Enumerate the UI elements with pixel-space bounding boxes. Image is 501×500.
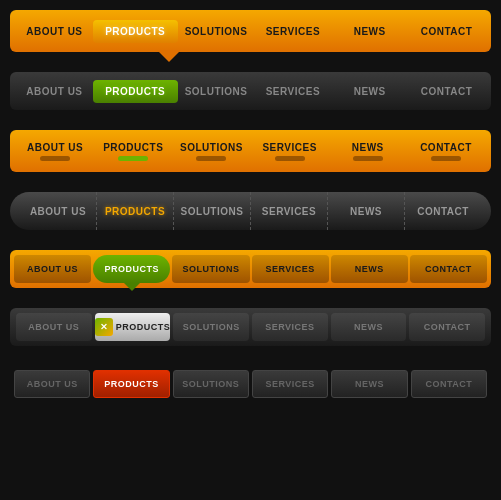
nav7-about[interactable]: ABOUT US	[14, 370, 90, 398]
nav4-about[interactable]: ABOUT US	[20, 192, 97, 230]
nav6-contact[interactable]: CONTACT	[409, 313, 485, 341]
nav4-news[interactable]: NEWS	[328, 192, 405, 230]
dropdown-triangle	[157, 50, 181, 62]
x-logo-icon: ✕	[95, 318, 113, 336]
nav4-services[interactable]: SERVICES	[251, 192, 328, 230]
nav1-solutions[interactable]: SOLUTIONS	[178, 26, 255, 37]
navbar-5: ABOUT US PRODUCTS SOLUTIONS SERVICES NEW…	[10, 250, 491, 288]
nav1-contact[interactable]: CONTACT	[408, 26, 485, 37]
nav7-solutions[interactable]: SOLUTIONS	[173, 370, 249, 398]
nav6-services[interactable]: SERVICES	[252, 313, 328, 341]
nav1-services[interactable]: SERVICES	[254, 26, 331, 37]
nav4-contact[interactable]: CONTACT	[405, 192, 481, 230]
nav2-solutions[interactable]: SOLUTIONS	[178, 86, 255, 97]
nav3-products[interactable]: PRODUCTS	[94, 142, 172, 161]
nav5-news[interactable]: NEWS	[331, 255, 408, 283]
nav7-contact[interactable]: CONTACT	[411, 370, 487, 398]
nav3-contact[interactable]: CONTACT	[407, 142, 485, 161]
nav4-solutions[interactable]: SOLUTIONS	[174, 192, 251, 230]
nav1-about[interactable]: ABOUT US	[16, 26, 93, 37]
navbar-1: ABOUT US PRODUCTS SOLUTIONS SERVICES NEW…	[10, 10, 491, 52]
nav5-solutions[interactable]: SOLUTIONS	[172, 255, 249, 283]
navbar-4: ABOUT US PRODUCTS SOLUTIONS SERVICES NEW…	[10, 192, 491, 230]
navbar-3: ABOUT US PRODUCTS SOLUTIONS SERVICES NEW…	[10, 130, 491, 172]
nav2-services[interactable]: SERVICES	[254, 86, 331, 97]
navbar-7: ABOUT US PRODUCTS SOLUTIONS SERVICES NEW…	[10, 366, 491, 402]
nav6-about[interactable]: ABOUT US	[16, 313, 92, 341]
nav2-about[interactable]: ABOUT US	[16, 86, 93, 97]
navbar-2: ABOUT US PRODUCTS SOLUTIONS SERVICES NEW…	[10, 72, 491, 110]
nav6-solutions[interactable]: SOLUTIONS	[173, 313, 249, 341]
nav3-services[interactable]: SERVICES	[251, 142, 329, 161]
nav2-news[interactable]: NEWS	[331, 86, 408, 97]
nav4-products[interactable]: PRODUCTS	[97, 192, 174, 230]
nav1-news[interactable]: NEWS	[331, 26, 408, 37]
nav6-news[interactable]: NEWS	[331, 313, 407, 341]
nav7-news[interactable]: NEWS	[331, 370, 407, 398]
nav5-about[interactable]: ABOUT US	[14, 255, 91, 283]
nav3-about[interactable]: ABOUT US	[16, 142, 94, 161]
nav5-products[interactable]: PRODUCTS	[93, 255, 170, 283]
nav6-products[interactable]: ✕ PRODUCTS	[95, 313, 171, 341]
nav1-products[interactable]: PRODUCTS	[93, 20, 178, 43]
nav5-services[interactable]: SERVICES	[252, 255, 329, 283]
nav3-news[interactable]: NEWS	[329, 142, 407, 161]
nav3-solutions[interactable]: SOLUTIONS	[172, 142, 250, 161]
nav2-products[interactable]: PRODUCTS	[93, 80, 178, 103]
navbar-6: ABOUT US ✕ PRODUCTS SOLUTIONS SERVICES N…	[10, 308, 491, 346]
nav5-contact[interactable]: CONTACT	[410, 255, 487, 283]
nav7-products[interactable]: PRODUCTS	[93, 370, 169, 398]
nav7-services[interactable]: SERVICES	[252, 370, 328, 398]
nav2-contact[interactable]: CONTACT	[408, 86, 485, 97]
